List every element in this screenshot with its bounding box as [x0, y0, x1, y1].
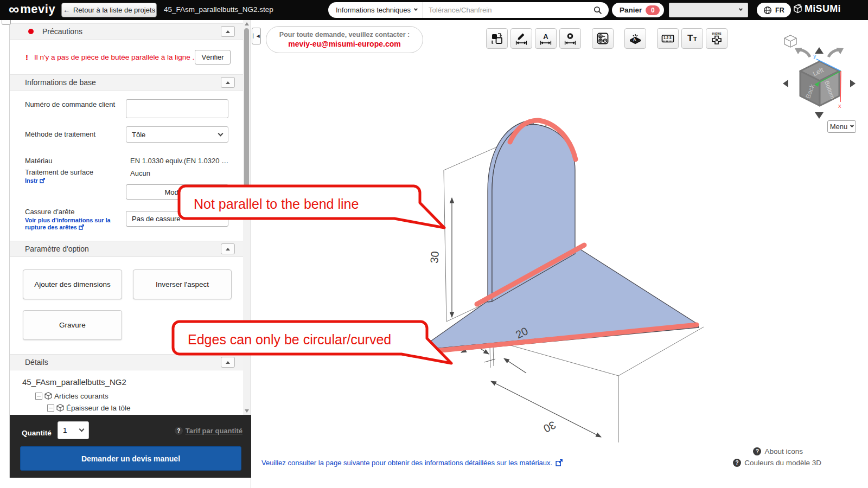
rotate-left-arrow-icon[interactable]: [795, 48, 810, 57]
contact-banner: Pour toute demande, veuillez contacter :…: [266, 26, 423, 53]
model-colors-link[interactable]: ? Couleurs du modèle 3D: [733, 459, 821, 467]
contact-text: Pour toute demande, veuillez contacter :: [279, 31, 410, 38]
section-title: Détails: [25, 358, 48, 367]
materials-info-link[interactable]: Veuillez consulter la page suivante pour…: [261, 459, 563, 467]
part-cube-icon: [56, 403, 65, 412]
cart-count-badge: 0: [646, 5, 660, 15]
edge-break-info-link[interactable]: Voir plus d'informations sur la rupture …: [25, 217, 112, 231]
collapse-section-button[interactable]: [221, 26, 235, 37]
viewer-canvas[interactable]: ▏◀ Pour toute demande, veuillez contacte…: [251, 20, 868, 488]
request-manual-quote-button[interactable]: Demander un devis manuel: [20, 446, 241, 471]
open-filename: 45_FAsm_parallelbutts_NG2.step: [164, 5, 273, 14]
globe-icon: [763, 6, 772, 15]
section-header-precautions: Précautions: [10, 23, 244, 40]
engraving-button[interactable]: Gravure: [23, 310, 122, 340]
verify-button[interactable]: Vérifier: [195, 50, 231, 65]
search-category-select[interactable]: Informations techniques: [328, 2, 423, 18]
tree-item-sheet-thickness[interactable]: Épaisseur de la tôle: [47, 403, 131, 412]
hole-pattern-button[interactable]: [592, 28, 614, 49]
back-arrow-icon: ←: [63, 6, 70, 14]
svg-text:T: T: [693, 36, 697, 42]
part-cube-icon: [44, 391, 53, 400]
surface-treatment-label: Traitement de surface: [25, 168, 120, 177]
cart-button[interactable]: Panier 0: [612, 3, 664, 17]
section-title: Informations de base: [25, 78, 96, 87]
text-dimension-button[interactable]: A: [535, 28, 557, 49]
external-link-icon: [556, 459, 563, 466]
six-views-button[interactable]: 6VIEWS: [706, 28, 727, 49]
x-axis-line: [840, 71, 841, 102]
question-circle-icon: ?: [733, 459, 741, 467]
collapse-section-button[interactable]: [221, 77, 235, 88]
about-icons-link[interactable]: ? About icons: [753, 447, 803, 455]
callout-text: Edges can only be circular/curved: [188, 332, 391, 347]
panel-collapse-handle[interactable]: ▏◀: [252, 28, 261, 44]
order-number-input[interactable]: [126, 99, 228, 118]
viewer-toolbar: A: [486, 28, 727, 49]
triangle-up-icon: [226, 248, 230, 251]
replace-part-icon: [490, 32, 503, 45]
meviy-logo[interactable]: ∞ meviy: [9, 2, 55, 16]
quantity-tariff-link[interactable]: ? Tarif par quantité: [175, 427, 242, 435]
add-dimensions-button[interactable]: Ajouter des dimensions: [23, 269, 122, 299]
question-circle-icon: ?: [753, 447, 761, 455]
language-button[interactable]: FR: [757, 3, 791, 17]
chevron-down-icon: [414, 7, 418, 11]
y-axis-label: y: [813, 53, 816, 59]
measure-123-icon: 123: [661, 32, 675, 45]
tilt-right-arrow-icon[interactable]: [850, 80, 856, 87]
svg-text:A: A: [543, 33, 548, 41]
instructions-link[interactable]: Instr: [25, 177, 45, 184]
quote-footer: Quantité 1 ? Tarif par quantité Demander…: [10, 415, 251, 478]
invert-aspect-button[interactable]: Inverser l'aspect: [133, 269, 232, 299]
svg-text:T: T: [687, 33, 693, 43]
six-views-icon: 6VIEWS: [710, 31, 724, 46]
surface-treatment-value: Aucun: [130, 169, 150, 177]
delete-dimension-button[interactable]: [559, 28, 581, 49]
section-header-basic-info: Informations de base: [10, 74, 244, 91]
text-size-icon: T T: [685, 32, 699, 45]
search-icon[interactable]: [593, 6, 602, 15]
replace-part-button[interactable]: [486, 28, 508, 49]
order-number-label: Numéro de commande client: [25, 100, 120, 109]
triangle-up-icon: [226, 30, 230, 33]
back-to-projects-button[interactable]: ← Retour à la liste de projets: [61, 3, 157, 17]
edit-dimension-icon: [515, 32, 528, 45]
misumi-logo[interactable]: MiSUMi: [793, 3, 841, 15]
collapse-section-button[interactable]: [221, 243, 235, 254]
sheet-metal-part[interactable]: [418, 120, 699, 354]
depth-dimension-label: 30: [541, 419, 558, 435]
height-dimension-label: 30: [428, 251, 441, 264]
svg-text:123: 123: [663, 36, 672, 40]
account-select[interactable]: [669, 3, 748, 17]
text-size-button[interactable]: T T: [681, 28, 703, 49]
hole-pattern-icon: [596, 32, 609, 45]
measure-123-button[interactable]: 123: [657, 28, 679, 49]
tree-collapse-icon[interactable]: [35, 393, 42, 400]
tree-item-current-articles[interactable]: Articles courants: [35, 391, 108, 400]
material-label: Matériau: [25, 157, 120, 165]
edit-dimension-button[interactable]: [510, 28, 532, 49]
svg-text:6VIEWS: 6VIEWS: [712, 33, 721, 35]
tree-root-item[interactable]: 45_FAsm_parallelbutts_NG2: [22, 377, 126, 387]
warning-exclamation-icon: !: [25, 53, 28, 62]
home-view-cube-icon[interactable]: [784, 35, 796, 47]
section-header-options: Paramètre d'option: [10, 241, 244, 257]
scrollbar-thumb[interactable]: [244, 28, 249, 191]
quantity-select[interactable]: 1: [58, 421, 89, 439]
tilt-left-arrow-icon[interactable]: [783, 80, 788, 87]
rotate-right-arrow-icon[interactable]: [828, 48, 844, 57]
search-input[interactable]: [423, 6, 593, 14]
external-link-icon: [79, 224, 84, 230]
contact-email-link[interactable]: meviy-eu@misumi-europe.com: [288, 40, 400, 48]
section-title: Paramètre d'option: [25, 245, 89, 253]
part-3d-view[interactable]: 30 20 30: [413, 107, 868, 465]
edge-break-label: Cassure d'arête: [25, 208, 120, 216]
scroll-down-arrow-icon[interactable]: [245, 409, 249, 413]
engrave-button[interactable]: A: [624, 28, 646, 49]
processing-method-select[interactable]: Tôle: [126, 126, 228, 143]
left-panel: Précautions ! Il n'y a pas de pièce de b…: [9, 20, 251, 478]
triangle-up-icon: [226, 81, 230, 84]
tree-collapse-icon[interactable]: [47, 404, 54, 412]
scroll-up-arrow-icon[interactable]: [245, 22, 249, 25]
